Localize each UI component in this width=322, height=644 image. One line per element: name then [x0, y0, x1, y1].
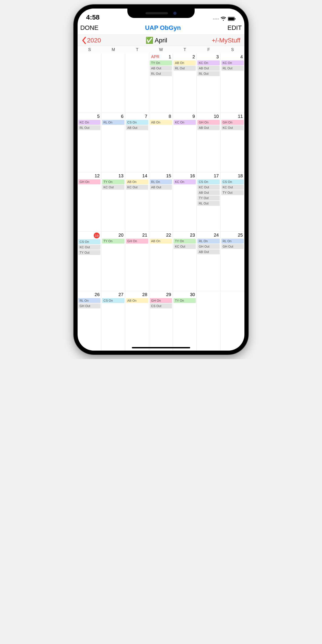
- event[interactable]: AB Out: [197, 190, 220, 195]
- day-cell[interactable]: 4KC OnRL Out: [221, 54, 244, 113]
- event[interactable]: AB On: [174, 60, 196, 65]
- event[interactable]: RL Out: [150, 71, 172, 76]
- event[interactable]: AB On: [150, 238, 172, 244]
- svg-rect-1: [228, 18, 234, 20]
- event[interactable]: KC Out: [126, 185, 148, 190]
- home-indicator[interactable]: [132, 347, 190, 348]
- day-cell[interactable]: 18CS OnKC OutTY Out: [221, 172, 244, 232]
- event[interactable]: RL On: [150, 179, 172, 184]
- back-year-button[interactable]: 2020: [82, 37, 101, 44]
- day-cell[interactable]: 7CS OnAB Out: [125, 113, 149, 172]
- day-cell[interactable]: 9KC On: [173, 113, 197, 172]
- event[interactable]: GH Out: [221, 244, 244, 249]
- day-cell[interactable]: 8AB On: [149, 113, 173, 172]
- event[interactable]: RL On: [221, 238, 244, 244]
- event[interactable]: CS On: [221, 179, 244, 184]
- edit-button[interactable]: EDIT: [227, 24, 242, 32]
- event[interactable]: RL Out: [174, 66, 196, 71]
- month-title[interactable]: ✅ April: [101, 36, 212, 44]
- done-button[interactable]: DONE: [80, 24, 98, 32]
- event[interactable]: GH On: [150, 298, 172, 303]
- day-cell[interactable]: 3KC OnAB OutRL Out: [197, 54, 220, 113]
- day-cell: [101, 54, 125, 113]
- event[interactable]: GH On: [78, 179, 100, 184]
- event[interactable]: TY On: [102, 238, 124, 244]
- day-cell[interactable]: 23TY OnKC Out: [173, 232, 197, 291]
- day-cell[interactable]: 15RL OnAB Out: [149, 172, 173, 232]
- day-cell[interactable]: 10GH OnAB Out: [197, 113, 220, 172]
- event[interactable]: TY On: [174, 298, 196, 303]
- day-cell[interactable]: 20TY On: [101, 232, 125, 291]
- event[interactable]: AB On: [150, 120, 172, 125]
- event[interactable]: KC Out: [221, 125, 244, 130]
- event[interactable]: AB Out: [197, 125, 220, 130]
- event[interactable]: TY On: [102, 179, 124, 184]
- day-cell[interactable]: 17CS OnKC OutAB OutTY OutRL Out: [197, 172, 220, 232]
- day-cell[interactable]: 16KC On: [173, 172, 197, 232]
- day-cell[interactable]: 12GH On: [78, 172, 101, 232]
- day-cell[interactable]: 22AB On: [149, 232, 173, 291]
- camera: [173, 12, 176, 15]
- event[interactable]: GH On: [197, 120, 220, 125]
- event[interactable]: RL On: [102, 120, 124, 125]
- day-cell[interactable]: 6RL On: [101, 113, 125, 172]
- event[interactable]: AB Out: [197, 250, 220, 254]
- mystuff-toggle[interactable]: +/-MyStuff: [212, 37, 240, 44]
- event[interactable]: AB Out: [197, 66, 220, 71]
- event[interactable]: CS Out: [150, 304, 172, 308]
- event[interactable]: AB On: [126, 298, 148, 303]
- day-cell[interactable]: 13TY OnKC Out: [101, 172, 125, 232]
- event[interactable]: TY Out: [221, 190, 244, 195]
- event[interactable]: KC On: [78, 120, 100, 125]
- day-cell[interactable]: 11GH OnKC Out: [221, 113, 244, 172]
- day-cell[interactable]: 27CS On: [101, 291, 125, 350]
- event[interactable]: RL Out: [197, 201, 220, 206]
- day-cell[interactable]: 21GH On: [125, 232, 149, 291]
- day-cell[interactable]: 2AB OnRL Out: [173, 54, 197, 113]
- event[interactable]: KC Out: [197, 185, 220, 190]
- day-cell[interactable]: 28AB On: [125, 291, 149, 350]
- check-icon: ✅: [146, 36, 153, 44]
- event[interactable]: CS On: [78, 239, 100, 244]
- day-cell[interactable]: APR1TY OnAB OutRL Out: [149, 54, 173, 113]
- event[interactable]: TY On: [150, 60, 172, 65]
- event[interactable]: KC Out: [102, 185, 124, 190]
- event[interactable]: RL On: [78, 298, 100, 303]
- event[interactable]: TY Out: [197, 196, 220, 200]
- event[interactable]: RL Out: [221, 66, 244, 71]
- event[interactable]: AB Out: [126, 125, 148, 130]
- event[interactable]: RL On: [197, 238, 220, 244]
- event[interactable]: CS On: [126, 120, 148, 125]
- day-cell[interactable]: 19CS OnKC OutTY Out: [78, 232, 101, 291]
- event[interactable]: KC Out: [78, 245, 100, 250]
- event[interactable]: KC Out: [174, 244, 196, 249]
- event[interactable]: GH On: [126, 238, 148, 244]
- date-number: 6: [102, 114, 124, 120]
- event[interactable]: AB Out: [150, 66, 172, 71]
- event[interactable]: AB On: [126, 179, 148, 184]
- day-cell[interactable]: 24RL OnGH OutAB Out: [197, 232, 220, 291]
- event[interactable]: KC On: [174, 179, 196, 184]
- event[interactable]: KC Out: [221, 185, 244, 190]
- day-cell[interactable]: 29GH OnCS Out: [149, 291, 173, 350]
- event[interactable]: CS On: [197, 179, 220, 184]
- event[interactable]: KC On: [221, 60, 244, 65]
- date-number: 13: [102, 173, 124, 179]
- event[interactable]: TY Out: [78, 250, 100, 255]
- event[interactable]: RL Out: [78, 125, 100, 130]
- event[interactable]: GH On: [221, 120, 244, 125]
- event[interactable]: TY On: [174, 238, 196, 244]
- day-cell[interactable]: 26RL OnGH Out: [78, 291, 101, 350]
- day-cell[interactable]: 14AB OnKC Out: [125, 172, 149, 232]
- event[interactable]: KC On: [197, 60, 220, 65]
- event[interactable]: RL Out: [197, 71, 220, 76]
- event[interactable]: GH Out: [197, 244, 220, 249]
- day-cell[interactable]: 5KC OnRL Out: [78, 113, 101, 172]
- event[interactable]: AB Out: [150, 185, 172, 190]
- event[interactable]: CS On: [102, 298, 124, 303]
- event[interactable]: KC On: [174, 120, 196, 125]
- day-cell[interactable]: 25RL OnGH Out: [221, 232, 244, 291]
- event[interactable]: GH Out: [78, 304, 100, 308]
- day-cell[interactable]: 30TY On: [173, 291, 197, 350]
- date-number: 24: [197, 232, 220, 238]
